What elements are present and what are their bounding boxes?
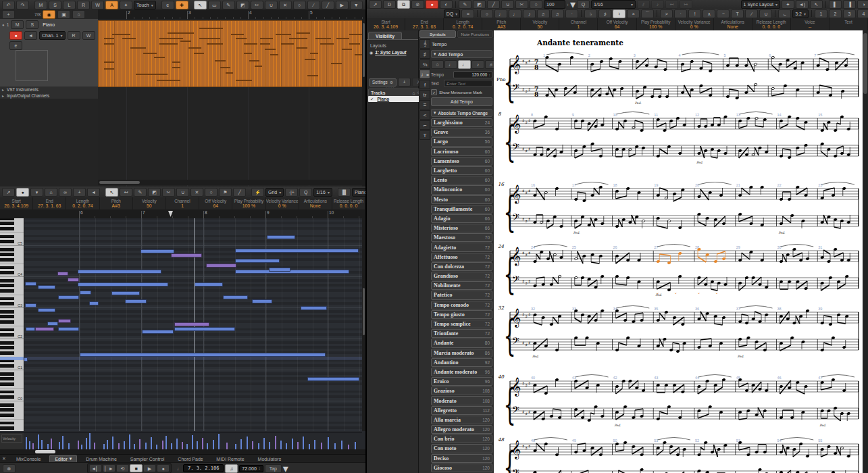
tempo-value-field[interactable]: 120.000↕ <box>453 71 492 78</box>
quantize-icon[interactable]: Q <box>577 0 590 9</box>
key-editor-field-off-velocity[interactable]: Off Velocity64 <box>199 197 232 209</box>
pedal-icon[interactable]: ⌐ <box>419 120 430 130</box>
velocity-bar[interactable] <box>171 443 172 449</box>
project-ruler[interactable]: 2345 <box>98 9 365 20</box>
key-editor-field-start[interactable]: Start26. 3. 4.109 <box>0 197 33 209</box>
velocity-levels-icon[interactable]: ▐▌ <box>338 188 351 197</box>
black-key[interactable] <box>0 328 14 332</box>
key-editor-field-pitch[interactable]: PitchA#3 <box>100 197 133 209</box>
black-key[interactable] <box>0 320 14 324</box>
velocity-bar[interactable] <box>213 440 214 449</box>
velocity-bar[interactable] <box>145 443 147 449</box>
tempo-preset-item[interactable]: Andante moderato96 <box>431 368 492 376</box>
tempo-preset-item[interactable]: Adagietto72 <box>431 243 492 251</box>
sync-layout-dropdown[interactable]: 1 Sync Layout▾ <box>741 0 780 9</box>
velocity-bar[interactable] <box>280 441 282 449</box>
velocity-bar[interactable] <box>252 441 253 449</box>
lower-zone-tab-chord-pads[interactable]: Chord Pads <box>173 455 207 462</box>
velocity-bar[interactable] <box>197 441 198 449</box>
close-zone-icon[interactable]: ✕ <box>2 456 6 462</box>
record-button[interactable]: ● <box>157 464 170 472</box>
velocity-bar[interactable] <box>47 444 49 449</box>
tempo-preset-item[interactable]: Malinconico60 <box>431 185 492 194</box>
setup-icon[interactable]: ◑ <box>857 0 868 9</box>
track-channel-dropdown[interactable]: Chan. 1▾ <box>39 31 66 40</box>
midi-input-icon[interactable]: ♪ <box>651 0 664 9</box>
natural-button[interactable]: ♮ <box>613 9 626 18</box>
monitor-section-icon[interactable]: ▣ <box>57 10 70 19</box>
black-key[interactable] <box>0 284 14 287</box>
add-layout-button[interactable]: + <box>398 78 411 86</box>
black-key[interactable] <box>0 240 14 243</box>
score-field-end[interactable]: End27. 3. 1. 63 <box>405 18 444 30</box>
tempo-preset-item[interactable]: Affettuoso72 <box>431 253 492 262</box>
tempo-preset-item[interactable]: Marcia moderato86 <box>431 349 492 357</box>
midi-note[interactable] <box>89 301 99 305</box>
tempo-preset-item[interactable]: Andantino92 <box>431 358 492 367</box>
midi-note[interactable] <box>235 249 359 253</box>
black-key[interactable] <box>0 422 14 425</box>
midi-note[interactable] <box>301 306 327 310</box>
key-editor-field-length[interactable]: Length0. 2. 0. 74 <box>66 197 99 209</box>
accent-button[interactable]: > <box>660 9 673 18</box>
tempo-preset-item[interactable]: Eroico96 <box>431 377 492 386</box>
drumstick-tool-icon[interactable]: ∕ <box>307 1 320 9</box>
tempo-preset-item[interactable]: Lacrimoso60 <box>431 147 492 156</box>
midi-note[interactable] <box>223 295 248 299</box>
velocity-bar[interactable] <box>240 439 242 449</box>
staccato-button[interactable]: · <box>674 9 687 18</box>
velocity-bar[interactable] <box>275 436 276 449</box>
acoustic-feedback-icon[interactable]: ◄) <box>796 0 809 9</box>
midi-note[interactable] <box>206 264 236 268</box>
symbols-tab-symbols[interactable]: Symbols <box>419 30 456 38</box>
black-key[interactable] <box>0 395 14 399</box>
black-key[interactable] <box>0 218 14 220</box>
quantize-dropdown[interactable]: 1/16▾ <box>591 0 636 9</box>
lower-zone-tab-drum-machine[interactable]: Drum Machine <box>81 455 122 462</box>
updown-button[interactable]: ∕ <box>745 9 758 18</box>
score-field-length[interactable]: Length0. 2. 0. 74 <box>444 18 482 30</box>
object-select-tool-icon[interactable]: ↖ <box>194 1 207 9</box>
thirtysecond-note-button[interactable]: ♬ <box>551 9 564 18</box>
velocity-bar[interactable] <box>156 445 157 449</box>
velocity-bar[interactable] <box>81 445 82 449</box>
play-tool-icon[interactable]: ▶ <box>336 1 349 9</box>
key-editor-field-velocity-variance[interactable]: Velocity Variance0 % <box>266 197 299 209</box>
black-key[interactable] <box>0 408 14 412</box>
tie-button[interactable]: ⌒ <box>641 9 654 18</box>
midi-note[interactable] <box>78 270 161 274</box>
tempo-preset-item[interactable]: Larghetto60 <box>431 166 492 175</box>
text-icon[interactable]: T <box>419 130 430 140</box>
monitor-icon[interactable]: ◐ <box>440 0 453 9</box>
left-zone-icon[interactable]: ▌ <box>829 0 842 9</box>
velocity-bar[interactable] <box>41 440 43 449</box>
black-key[interactable] <box>0 333 14 337</box>
line-tool-icon[interactable]: ╱ <box>322 1 334 9</box>
undo-icon[interactable]: ↶ <box>2 1 15 9</box>
velocity-bar[interactable] <box>89 433 91 449</box>
dynamics-icon[interactable]: f <box>419 80 430 89</box>
cross-hair-icon[interactable]: ✦ <box>782 0 794 9</box>
midi-part-piano[interactable] <box>98 20 363 87</box>
tempo-preset-item[interactable]: Con brio120 <box>431 434 492 443</box>
tap-tempo-button[interactable]: Tap▾ <box>265 462 288 473</box>
midi-note[interactable] <box>125 299 147 303</box>
score-field-velocity-variance[interactable]: Velocity Variance0 % <box>675 18 714 30</box>
project-vscroll-thumb[interactable] <box>363 23 365 77</box>
track-mute-button[interactable]: M <box>11 20 24 29</box>
midi-note[interactable] <box>80 353 326 357</box>
trim-tool-icon[interactable]: ↤ <box>120 188 132 197</box>
velocity-bar[interactable] <box>321 443 322 449</box>
velocity-bar[interactable] <box>29 441 30 449</box>
score-field-voice[interactable]: Voice-- <box>791 18 829 30</box>
key-editor-ruler[interactable]: 678910 <box>0 209 365 219</box>
midi-note[interactable] <box>235 270 349 274</box>
tempo-preset-item[interactable]: Tempo giusto72 <box>431 310 492 319</box>
velocity-bar[interactable] <box>297 442 299 449</box>
clef-icon[interactable]: 𝄞 <box>419 39 430 49</box>
velocity-bar[interactable] <box>124 441 125 449</box>
velocity-bar[interactable] <box>348 445 349 449</box>
wedge-button[interactable]: ∧ <box>703 9 715 18</box>
redo-icon[interactable]: ↷ <box>16 1 29 9</box>
accidental-icon[interactable]: ♯ <box>419 49 430 59</box>
